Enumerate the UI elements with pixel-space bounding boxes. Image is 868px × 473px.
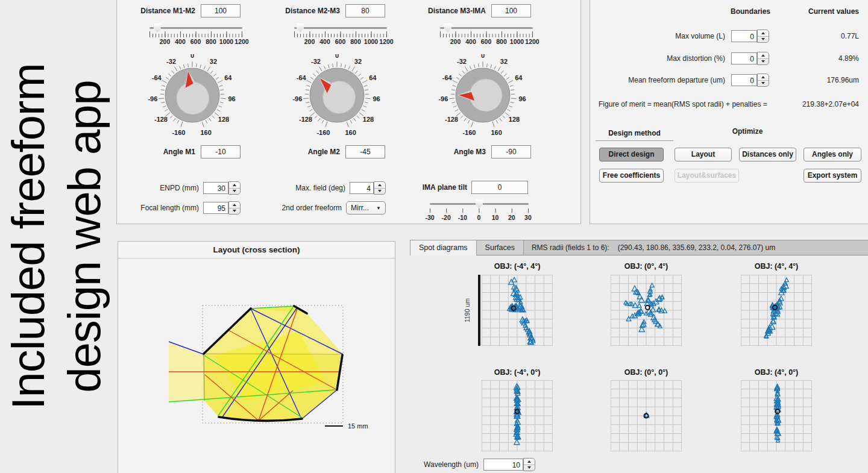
freeform-order-label: 2nd order freeform — [271, 204, 342, 212]
optimize-distances-button[interactable]: Distances only — [739, 148, 796, 161]
slider-ruler-m1 — [149, 31, 242, 37]
max-volume-current: 0.77L — [781, 32, 859, 40]
spot-scale-label-wrap: 1190 um — [462, 275, 473, 346]
banner-line-1: Included freeform — [0, 0, 56, 473]
distance-slider-m2[interactable]: 20040060080010001200 — [294, 23, 387, 48]
mirror-column-m2: Distance M2-M3 80 20040060080010001200 0… — [268, 0, 406, 181]
angle-knob-m3[interactable]: 0326496128160-32-64-96-128-160 — [432, 54, 534, 140]
distance-label-m1: Distance M1-M2 — [140, 7, 195, 15]
svg-text:0: 0 — [335, 54, 339, 59]
max-distortion-label: Max distortion (%) — [602, 54, 725, 63]
max-distortion-input[interactable]: 0 — [731, 52, 757, 64]
svg-text:-128: -128 — [299, 116, 312, 123]
enpd-stepper[interactable] — [228, 181, 241, 195]
max-distortion-row: Max distortion (%) 0 — [602, 52, 769, 65]
spot-title-4: OBJ: (-4°, 0°) — [482, 368, 553, 377]
svg-text:-32: -32 — [311, 58, 321, 65]
dropdown-caret-icon: ▼ — [376, 205, 381, 211]
spot-scale-label: 1190 um — [464, 298, 471, 322]
svg-text:0: 0 — [190, 54, 194, 59]
max-volume-stepper[interactable] — [757, 30, 769, 43]
svg-text:-96: -96 — [292, 95, 302, 102]
svg-text:96: 96 — [228, 95, 236, 102]
free-coefficients-button[interactable]: Free coefficients — [599, 169, 664, 183]
freeform-order-value: Mirr... — [351, 204, 369, 212]
layout-surfaces-button[interactable]: Layout&surfaces — [675, 169, 739, 183]
angle-knob-m1[interactable]: 0326496128160-32-64-96-128-160 — [141, 54, 244, 140]
focal-length-input[interactable]: 95 — [203, 202, 228, 214]
distance-input-m3[interactable]: 100 — [491, 4, 531, 17]
max-volume-row: Max volume (L) 0 — [602, 30, 769, 43]
slider-track-m1[interactable] — [149, 27, 242, 29]
angle-input-m3[interactable]: -90 — [491, 145, 531, 158]
max-volume-input[interactable]: 0 — [731, 30, 757, 42]
layout-cross-section-panel: Layout (cross section) — [118, 241, 395, 473]
enpd-input[interactable]: 30 — [203, 182, 228, 194]
svg-text:32: 32 — [354, 58, 362, 65]
wavelength-input[interactable]: 10 — [483, 459, 523, 471]
distance-row-m3: Distance M3-IMA 100 — [414, 4, 552, 17]
freeform-departure-input[interactable]: 0 — [731, 74, 757, 86]
wavelength-stepper[interactable] — [523, 458, 535, 471]
angle-input-m1[interactable]: -10 — [201, 145, 241, 158]
direct-design-button[interactable]: Direct design — [599, 148, 664, 161]
angle-knob-m2[interactable]: 0326496128160-32-64-96-128-160 — [286, 54, 388, 140]
svg-text:64: 64 — [515, 74, 523, 81]
freeform-departure-stepper[interactable] — [757, 74, 769, 87]
distance-row-m1: Distance M1-M2 100 — [124, 4, 261, 17]
freeform-order-dropdown[interactable]: Mirr... ▼ — [346, 201, 386, 215]
slider-ruler-m2 — [294, 31, 387, 37]
angle-input-m2[interactable]: -45 — [345, 145, 385, 158]
distance-slider-m1[interactable]: 20040060080010001200 — [149, 23, 242, 48]
ima-slider-thumb[interactable] — [476, 199, 483, 208]
export-system-button[interactable]: Export system — [804, 169, 861, 183]
spot-plot-1 — [482, 275, 553, 346]
svg-text:-32: -32 — [166, 58, 176, 65]
distance-label-m2: Distance M2-M3 — [285, 7, 340, 15]
svg-text:-128: -128 — [154, 116, 168, 123]
svg-text:-128: -128 — [445, 116, 458, 123]
distance-input-m2[interactable]: 80 — [345, 4, 385, 17]
ima-tilt-input[interactable]: 0 — [471, 181, 528, 194]
max-distortion-stepper[interactable] — [757, 52, 769, 65]
tab-surfaces[interactable]: Surfaces — [477, 240, 524, 255]
slider-track-m3[interactable] — [440, 27, 533, 29]
angle-label-m2: Angle M2 — [308, 148, 340, 156]
spot-title-1: OBJ: (-4°, 4°) — [482, 262, 553, 271]
svg-text:-96: -96 — [148, 95, 157, 102]
focal-length-label: Focal length (mm) — [135, 204, 199, 212]
current-values-header: Current values — [781, 7, 859, 16]
optimize-layout-button[interactable]: Layout — [675, 148, 732, 161]
svg-text:128: 128 — [218, 116, 229, 123]
svg-text:160: 160 — [491, 129, 502, 136]
angle-label-m1: Angle M1 — [163, 148, 195, 156]
distance-slider-m3[interactable]: 20040060080010001200 — [440, 23, 533, 48]
mirror-column-m3: Distance M3-IMA 100 20040060080010001200… — [414, 0, 552, 181]
ima-slider-labels: -30-20-100102030 — [430, 214, 529, 222]
layout-drawing: 15 mm — [118, 258, 395, 473]
svg-text:32: 32 — [210, 58, 217, 65]
rms-radii-label: RMS radii (fields 1 to 6): — [532, 243, 609, 252]
spot-title-2: OBJ: (0°, 4°) — [611, 262, 682, 271]
mirror-controls-panel: Distance M1-M2 100 20040060080010001200 … — [116, 0, 581, 224]
svg-text:-160: -160 — [462, 129, 476, 136]
spot-tabstrip: Spot diagrams Surfaces RMS radii (fields… — [410, 240, 868, 255]
enpd-label: ENPD (mm) — [153, 184, 199, 192]
focal-length-stepper[interactable] — [228, 201, 241, 215]
spot-title-5: OBJ: (0°, 0°) — [611, 368, 682, 377]
layout-panel-title: Layout (cross section) — [118, 242, 395, 258]
app-root: { "banner": {"line1": "Included freeform… — [0, 0, 868, 473]
spot-plot-6 — [741, 380, 812, 451]
distance-input-m1[interactable]: 100 — [201, 4, 241, 17]
spot-scale-bar — [478, 275, 480, 346]
ima-tilt-slider[interactable]: -30-20-100102030 — [430, 198, 529, 224]
svg-text:160: 160 — [345, 129, 356, 136]
tab-spot-diagrams[interactable]: Spot diagrams — [410, 240, 477, 255]
freeform-departure-current: 176.96um — [781, 76, 859, 84]
angle-label-m3: Angle M3 — [454, 148, 486, 156]
angle-row-m2: Angle M2 -45 — [268, 145, 406, 158]
ima-slider-ticks — [430, 208, 529, 213]
slider-track-m2[interactable] — [294, 27, 387, 29]
optimize-angles-button[interactable]: Angles only — [804, 148, 861, 161]
figure-of-merit-label: Figure of merit = mean(RMS spot radii) +… — [599, 100, 767, 108]
